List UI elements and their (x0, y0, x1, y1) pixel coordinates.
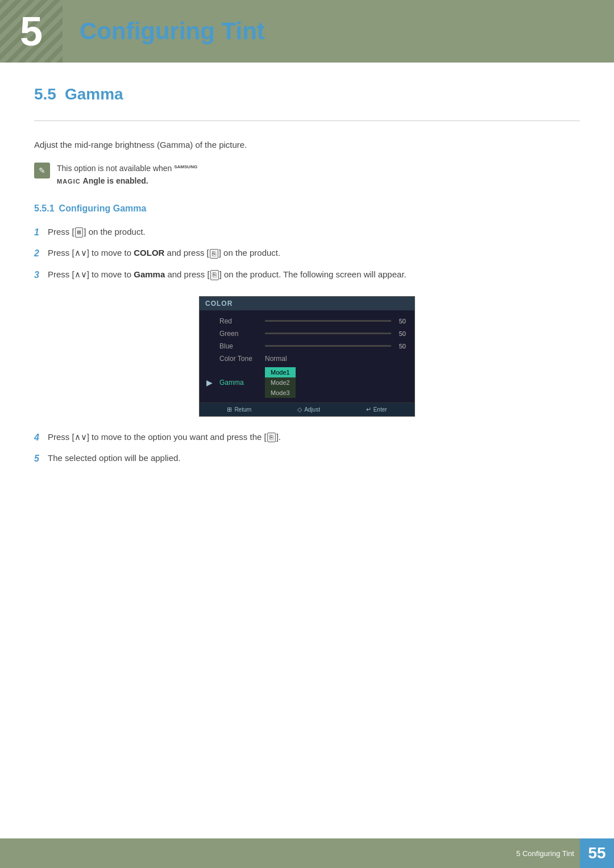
bar-red (265, 320, 391, 322)
value-blue: 50 (395, 343, 406, 350)
step-text-4: Press [∧∨] to move to the option you wan… (48, 430, 580, 444)
value-green: 50 (395, 330, 406, 337)
step-3: 3 Press [∧∨] to move to Gamma and press … (34, 268, 580, 283)
screen-content: Red 50 Green 50 Blue (200, 310, 414, 402)
screen-row-colortone: Color Tone Normal (200, 352, 414, 365)
step-num-4: 4 (34, 430, 48, 445)
chapter-number: 5 (20, 11, 43, 52)
bar-container-blue: 50 (265, 343, 406, 350)
dropdown-mode1: Mode1 (265, 367, 296, 377)
bar-container-green: 50 (265, 330, 406, 337)
step-4: 4 Press [∧∨] to move to the option you w… (34, 430, 580, 445)
menu-btn-icon: ⊞ (75, 227, 84, 237)
step-1: 1 Press [⊞] on the product. (34, 225, 580, 240)
subsection-title: Configuring Gamma (59, 203, 147, 213)
footer-page-num: 55 (588, 844, 605, 862)
content-area: 5.5Gamma Adjust the mid-range brightness… (0, 85, 614, 466)
footer-page-num-box: 55 (580, 838, 614, 868)
monitor-screen: COLOR Red 50 Green 50 (199, 296, 415, 417)
screen-row-gamma: ▶ Gamma Mode1 Mode2 Mode3 (200, 365, 414, 398)
steps-list: 1 Press [⊞] on the product. 2 Press [∧∨]… (34, 225, 580, 283)
chapter-title: Configuring Tint (80, 18, 265, 45)
label-red: Red (219, 317, 265, 325)
note-icon (34, 163, 50, 178)
dropdown-mode2: Mode2 (265, 377, 296, 388)
step-num-3: 3 (34, 268, 48, 283)
screen-row-green: Green 50 (200, 327, 414, 340)
step-num-1: 1 (34, 225, 48, 240)
bottom-enter: ↵ Enter (366, 406, 387, 413)
label-gamma: Gamma (219, 379, 265, 387)
enter-btn-icon-3: ⎘ (210, 270, 219, 280)
bottom-adjust: ◇ Adjust (297, 406, 320, 413)
note-box: This option is not available when SAMSUN… (34, 162, 580, 188)
cursor-icon: ▶ (206, 378, 213, 387)
subsection-heading: 5.5.1Configuring Gamma (34, 203, 580, 214)
chapter-header: 5 Configuring Tint (0, 0, 614, 63)
step-2: 2 Press [∧∨] to move to COLOR and press … (34, 246, 580, 261)
bar-blue (265, 345, 391, 347)
step-num-5: 5 (34, 451, 48, 466)
section-number: 5.5 (34, 85, 56, 103)
subsection-number: 5.5.1 (34, 203, 55, 213)
page-footer: 5 Configuring Tint 55 (0, 838, 614, 868)
label-green: Green (219, 330, 265, 338)
step-5: 5 The selected option will be applied. (34, 451, 580, 466)
bottom-return: ⊞ Return (227, 406, 251, 413)
bar-green (265, 333, 391, 334)
note-text: This option is not available when SAMSUN… (57, 162, 197, 188)
return-icon: ⊞ (227, 406, 232, 413)
step-text-3: Press [∧∨] to move to Gamma and press [⎘… (48, 268, 580, 281)
value-colortone: Normal (265, 355, 287, 363)
color-bold: COLOR (134, 248, 164, 258)
enter-btn-icon-2: ⎘ (210, 249, 218, 259)
chapter-number-block: 5 (0, 0, 63, 63)
return-label: Return (234, 406, 251, 413)
bar-container-red: 50 (265, 318, 406, 325)
label-colortone: Color Tone (219, 355, 265, 363)
adjust-icon: ◇ (297, 406, 302, 413)
section-heading: 5.5Gamma (34, 85, 580, 103)
section-title: Gamma (65, 85, 123, 103)
chapter-title-block: Configuring Tint (63, 0, 614, 63)
step-num-2: 2 (34, 246, 48, 261)
intro-text: Adjust the mid-range brightness (Gamma) … (34, 138, 580, 152)
step-text-5: The selected option will be applied. (48, 451, 580, 465)
section-divider (34, 121, 580, 121)
dropdown-mode3: Mode3 (265, 388, 296, 398)
enter-btn-icon-4: ⎘ (267, 433, 276, 442)
screen-bottom-bar: ⊞ Return ◇ Adjust ↵ Enter (200, 402, 414, 416)
angle-bold: Angle is enabled. (83, 176, 148, 185)
screen-row-red: Red 50 (200, 315, 414, 327)
gamma-bold: Gamma (134, 269, 165, 279)
footer-text: 5 Configuring Tint (516, 849, 580, 858)
screen-container: COLOR Red 50 Green 50 (34, 296, 580, 417)
step-text-1: Press [⊞] on the product. (48, 225, 580, 239)
gamma-dropdown: Mode1 Mode2 Mode3 (265, 367, 296, 398)
enter-icon: ↵ (366, 406, 371, 413)
adjust-label: Adjust (304, 406, 320, 413)
screen-title-bar: COLOR (200, 297, 414, 310)
steps-list-2: 4 Press [∧∨] to move to the option you w… (34, 430, 580, 466)
label-blue: Blue (219, 342, 265, 350)
value-red: 50 (395, 318, 406, 325)
step-text-2: Press [∧∨] to move to COLOR and press [⎘… (48, 246, 580, 260)
enter-label: Enter (374, 406, 387, 413)
screen-row-blue: Blue 50 (200, 340, 414, 352)
